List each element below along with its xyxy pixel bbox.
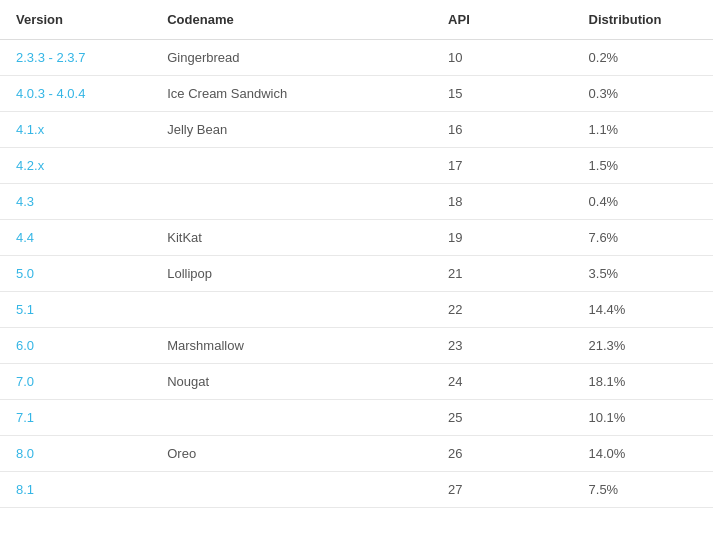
cell-codename <box>151 148 432 184</box>
cell-version: 8.0 <box>0 436 151 472</box>
cell-api: 22 <box>432 292 572 328</box>
cell-api: 15 <box>432 76 572 112</box>
table-row: 8.1277.5% <box>0 472 713 508</box>
cell-distribution: 3.5% <box>573 256 713 292</box>
cell-version: 7.0 <box>0 364 151 400</box>
table-header-row: Version Codename API Distribution <box>0 0 713 40</box>
cell-codename: KitKat <box>151 220 432 256</box>
cell-codename: Nougat <box>151 364 432 400</box>
cell-codename <box>151 184 432 220</box>
table-row: 4.0.3 - 4.0.4Ice Cream Sandwich150.3% <box>0 76 713 112</box>
cell-codename <box>151 472 432 508</box>
cell-distribution: 0.4% <box>573 184 713 220</box>
cell-codename: Marshmallow <box>151 328 432 364</box>
cell-version: 4.0.3 - 4.0.4 <box>0 76 151 112</box>
table-row: 6.0Marshmallow2321.3% <box>0 328 713 364</box>
table-row: 5.0Lollipop213.5% <box>0 256 713 292</box>
cell-api: 21 <box>432 256 572 292</box>
cell-version: 4.4 <box>0 220 151 256</box>
cell-codename <box>151 400 432 436</box>
cell-version: 2.3.3 - 2.3.7 <box>0 40 151 76</box>
cell-api: 27 <box>432 472 572 508</box>
cell-version: 4.3 <box>0 184 151 220</box>
cell-codename: Ice Cream Sandwich <box>151 76 432 112</box>
table-row: 4.1.xJelly Bean161.1% <box>0 112 713 148</box>
table-row: 2.3.3 - 2.3.7Gingerbread100.2% <box>0 40 713 76</box>
header-version: Version <box>0 0 151 40</box>
cell-version: 5.1 <box>0 292 151 328</box>
cell-distribution: 0.2% <box>573 40 713 76</box>
cell-version: 6.0 <box>0 328 151 364</box>
table-row: 4.3180.4% <box>0 184 713 220</box>
cell-codename: Gingerbread <box>151 40 432 76</box>
cell-distribution: 7.6% <box>573 220 713 256</box>
cell-distribution: 14.0% <box>573 436 713 472</box>
cell-api: 24 <box>432 364 572 400</box>
cell-codename: Jelly Bean <box>151 112 432 148</box>
table-row: 7.12510.1% <box>0 400 713 436</box>
cell-api: 25 <box>432 400 572 436</box>
cell-distribution: 18.1% <box>573 364 713 400</box>
cell-api: 16 <box>432 112 572 148</box>
cell-codename <box>151 292 432 328</box>
table-row: 8.0Oreo2614.0% <box>0 436 713 472</box>
cell-version: 4.1.x <box>0 112 151 148</box>
cell-distribution: 10.1% <box>573 400 713 436</box>
cell-distribution: 7.5% <box>573 472 713 508</box>
cell-version: 8.1 <box>0 472 151 508</box>
table-row: 7.0Nougat2418.1% <box>0 364 713 400</box>
cell-distribution: 1.5% <box>573 148 713 184</box>
cell-distribution: 21.3% <box>573 328 713 364</box>
cell-distribution: 0.3% <box>573 76 713 112</box>
cell-version: 7.1 <box>0 400 151 436</box>
cell-api: 18 <box>432 184 572 220</box>
cell-api: 26 <box>432 436 572 472</box>
cell-version: 5.0 <box>0 256 151 292</box>
cell-api: 10 <box>432 40 572 76</box>
cell-distribution: 14.4% <box>573 292 713 328</box>
header-distribution: Distribution <box>573 0 713 40</box>
header-codename: Codename <box>151 0 432 40</box>
cell-api: 17 <box>432 148 572 184</box>
cell-version: 4.2.x <box>0 148 151 184</box>
android-distribution-table: Version Codename API Distribution 2.3.3 … <box>0 0 713 508</box>
table-row: 4.2.x171.5% <box>0 148 713 184</box>
cell-api: 19 <box>432 220 572 256</box>
cell-api: 23 <box>432 328 572 364</box>
table-row: 5.12214.4% <box>0 292 713 328</box>
cell-distribution: 1.1% <box>573 112 713 148</box>
cell-codename: Lollipop <box>151 256 432 292</box>
table-row: 4.4KitKat197.6% <box>0 220 713 256</box>
cell-codename: Oreo <box>151 436 432 472</box>
header-api: API <box>432 0 572 40</box>
